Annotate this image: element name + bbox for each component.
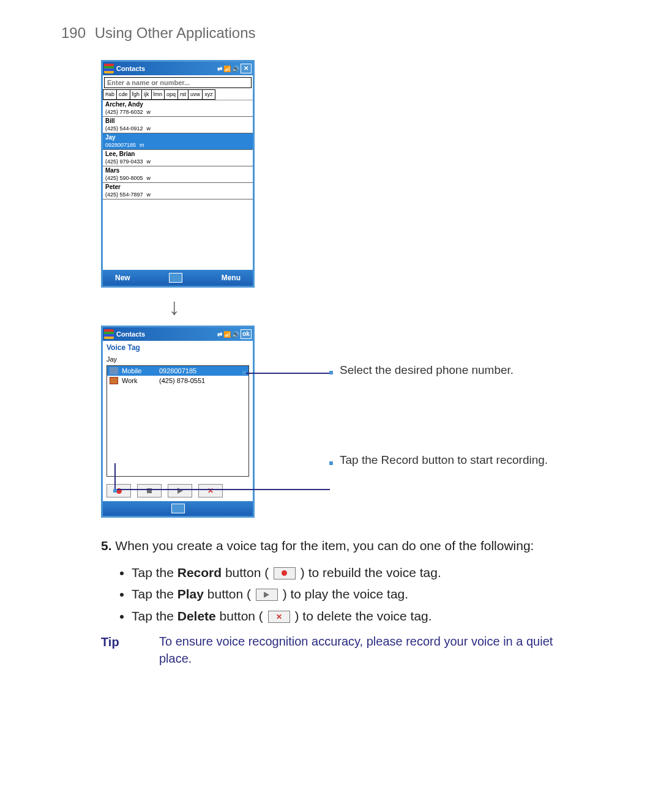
contact-row[interactable]: Mars(425) 590-8005w — [103, 166, 253, 183]
letter-tab[interactable]: ijk — [141, 89, 151, 100]
ok-button[interactable]: ok — [241, 329, 252, 339]
annotation-line — [114, 463, 330, 490]
letter-tab[interactable]: #ab — [103, 89, 116, 100]
work-icon — [110, 377, 118, 384]
contact-row[interactable]: Peter(425) 554-7897w — [103, 183, 253, 199]
annotation-tap-record: Tap the Record button to start recording… — [340, 452, 548, 468]
contact-name: Bill — [105, 117, 250, 125]
close-button[interactable]: ✕ — [241, 64, 252, 73]
contact-row[interactable]: Lee, Brian(425) 979-0433w — [103, 150, 253, 166]
contact-list: Archer, Andy(425) 778-6032wBill(425) 544… — [103, 100, 253, 199]
letter-tab[interactable]: rst — [177, 89, 188, 100]
contact-row[interactable]: Bill(425) 544-0912w — [103, 117, 253, 133]
voice-tag-subtitle: Voice Tag — [103, 341, 253, 354]
arrow-down-icon: ↓ — [168, 295, 600, 318]
contacts-screen: Contacts ⇄ 📶 🔊 ✕ #abcdefghijklmnopqrstuv… — [101, 60, 255, 288]
number-entry[interactable]: Work(425) 878-0551 — [107, 376, 248, 386]
number-value: (425) 878-0551 — [159, 377, 205, 384]
number-value: 0928007185 — [159, 367, 196, 374]
number-entry[interactable]: Mobile0928007185 — [107, 366, 248, 376]
letter-tab[interactable]: fgh — [130, 89, 142, 100]
contact-phone: (425) 979-0433w — [105, 158, 250, 165]
step-number: 5. — [101, 538, 112, 553]
letter-tabs: #abcdefghijklmnopqrstuvwxyz — [103, 89, 253, 100]
bullet-item: Tap the Record button ( ) to rebuild the… — [132, 563, 575, 583]
titlebar-title-2: Contacts — [116, 330, 145, 338]
delete-button-icon: ✕ — [268, 611, 290, 623]
signal-icon: 📶 — [223, 65, 231, 72]
bullet-item: Tap the Delete button ( ✕ ) to delete th… — [132, 606, 575, 626]
bullet-list: Tap the Record button ( ) to rebuild the… — [132, 563, 575, 626]
keyboard-icon[interactable] — [169, 273, 182, 283]
volume-icon: 🔊 — [232, 331, 239, 338]
contact-row[interactable]: Jay0928007185m — [103, 133, 253, 150]
letter-tab[interactable]: xyz — [202, 89, 215, 100]
titlebar: Contacts ⇄ 📶 🔊 ✕ — [103, 62, 253, 75]
new-button[interactable]: New — [115, 274, 130, 282]
contact-name: Peter — [105, 184, 250, 191]
annotation-dot — [113, 489, 117, 493]
volume-icon: 🔊 — [232, 65, 239, 72]
contact-row[interactable]: Archer, Andy(425) 778-6032w — [103, 100, 253, 117]
menu-button[interactable]: Menu — [222, 274, 241, 282]
number-label: Work — [122, 377, 155, 384]
annotation-line — [245, 373, 330, 374]
tip-label: Tip — [101, 633, 159, 667]
contact-type: w — [147, 158, 151, 165]
contact-type: w — [147, 192, 151, 198]
contact-phone: (425) 590-8005w — [105, 174, 250, 182]
contact-phone: (425) 554-7897w — [105, 191, 250, 198]
record-button-icon — [274, 567, 296, 579]
contact-type: w — [147, 125, 151, 132]
annotation-dot — [242, 371, 246, 374]
letter-tab[interactable]: lmn — [151, 89, 165, 100]
step-text: When you create a voice tag for the item… — [115, 538, 534, 553]
search-input[interactable] — [104, 77, 252, 88]
status-icons: ⇄ 📶 🔊 ✕ — [217, 64, 252, 73]
letter-tab[interactable]: cde — [116, 89, 130, 100]
mobile-icon — [110, 367, 118, 374]
play-button-icon — [256, 589, 278, 601]
contact-name: Mars — [105, 167, 250, 174]
contact-name: Lee, Brian — [105, 151, 250, 158]
contact-type: w — [147, 175, 151, 181]
letter-tab[interactable]: opq — [164, 89, 177, 100]
connectivity-icon: ⇄ — [217, 65, 222, 72]
page-header: 190 Using Other Applications — [61, 24, 600, 42]
contact-phone: (425) 544-0912w — [105, 125, 250, 132]
voice-tag-contact-name: Jay — [103, 354, 253, 364]
signal-icon: 📶 — [223, 331, 231, 338]
number-label: Mobile — [122, 367, 155, 374]
contact-phone: 0928007185m — [105, 141, 250, 149]
page-number: 190 — [61, 24, 86, 41]
start-flag-icon[interactable] — [104, 329, 114, 339]
number-listbox: Mobile0928007185Work(425) 878-0551 — [106, 365, 249, 477]
contact-name: Jay — [105, 134, 250, 141]
status-icons-2: ⇄ 📶 🔊 ok — [217, 329, 252, 339]
annotation-dot — [329, 371, 333, 374]
connectivity-icon: ⇄ — [217, 331, 222, 338]
tip-text: To ensure voice recognition accuracy, pl… — [159, 633, 575, 667]
start-flag-icon[interactable] — [104, 64, 114, 73]
bottombar: New Menu — [103, 270, 253, 286]
header-title: Using Other Applications — [95, 24, 256, 41]
contact-type: m — [140, 142, 144, 148]
contact-phone: (425) 778-6032w — [105, 108, 250, 116]
instruction-block: 5. When you create a voice tag for the i… — [101, 536, 575, 667]
annotation-dot — [329, 461, 333, 465]
titlebar-title: Contacts — [116, 65, 145, 72]
titlebar-2: Contacts ⇄ 📶 🔊 ok — [103, 327, 253, 341]
keyboard-icon[interactable] — [171, 504, 185, 513]
annotation-select-number: Select the desired phone number. — [340, 362, 513, 378]
contact-type: w — [147, 109, 151, 115]
bullet-item: Tap the Play button ( ) to play the voic… — [132, 584, 575, 604]
letter-tab[interactable]: uvw — [188, 89, 202, 100]
bottombar-2 — [103, 501, 253, 516]
contact-name: Archer, Andy — [105, 101, 250, 108]
